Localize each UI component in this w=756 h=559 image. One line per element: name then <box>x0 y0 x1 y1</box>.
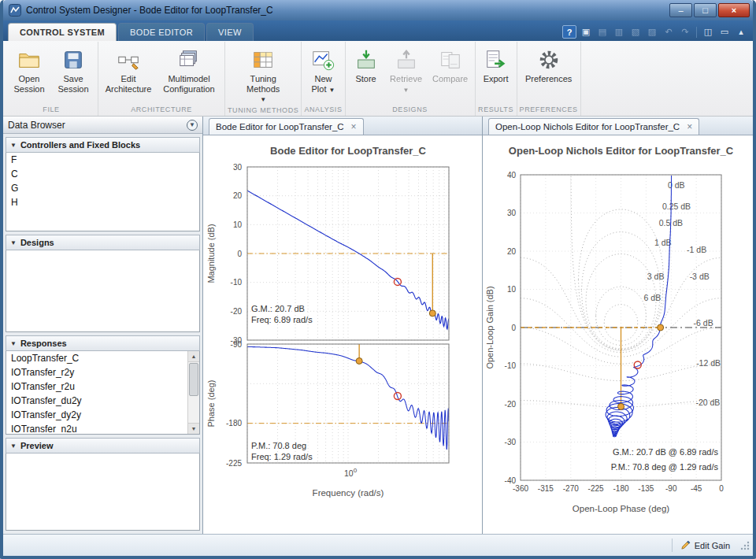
export-icon <box>484 46 508 74</box>
tuning-methods-button[interactable]: Tuning Methods ▼ <box>239 43 287 105</box>
list-item[interactable]: H <box>6 195 199 209</box>
section-header-preview[interactable]: ▼ Preview <box>6 438 200 453</box>
preview-section: ▼ Preview <box>6 438 200 531</box>
list-item[interactable]: G <box>6 181 199 195</box>
section-header-designs[interactable]: ▼ Designs <box>6 235 200 250</box>
save-session-icon <box>61 46 85 74</box>
print-icon[interactable]: ▥ <box>612 25 626 39</box>
screenshot-icon[interactable]: ▣ <box>579 25 593 39</box>
architecture-icon <box>117 46 140 74</box>
group-label-analysis: ANALYSIS <box>304 104 342 116</box>
compare-icon <box>439 46 462 74</box>
retrieve-icon <box>395 46 418 74</box>
ribbon: Open Session Save Session FILE Edit Arch… <box>3 41 753 117</box>
copy-icon[interactable]: ▧ <box>628 25 643 39</box>
help-icon[interactable]: ? <box>562 25 576 39</box>
redo-icon[interactable]: ↷ <box>678 25 692 39</box>
bode-plot[interactable]: -30-20-100102030G.M.: 20.7 dBFreq: 6.89 … <box>203 135 482 534</box>
list-item[interactable]: IOTransfer_n2u <box>6 422 199 435</box>
close-button[interactable]: × <box>718 3 750 17</box>
compare-button[interactable]: Compare <box>428 43 472 104</box>
new-plot-button[interactable]: New Plot ▼ <box>305 43 341 104</box>
nichols-grid-label: 1 dB <box>654 238 672 247</box>
tab-view[interactable]: VIEW <box>206 23 254 41</box>
edit-gain-status[interactable]: Edit Gain <box>672 539 738 552</box>
ribbon-group-tuning: Tuning Methods ▼ TUNING METHODS <box>225 42 302 116</box>
svg-text:30: 30 <box>233 163 243 172</box>
paste-icon[interactable]: ▨ <box>645 25 659 39</box>
layout-icon[interactable]: ◫ <box>701 25 715 39</box>
scrollbar-thumb[interactable] <box>189 363 198 396</box>
scrollbar[interactable]: ▲ ▼ <box>187 351 199 434</box>
svg-text:-135: -135 <box>638 484 654 493</box>
quick-access-toolbar: ? ▣ ▤ ▥ ▧ ▨ ↶ ↷ ◫ ▭ ▴ <box>562 25 748 41</box>
titlebar[interactable]: Control System Designer - Bode Editor fo… <box>3 0 753 20</box>
tab-bode-editor[interactable]: BODE EDITOR <box>118 23 205 41</box>
svg-text:-45: -45 <box>691 484 702 493</box>
controllers-list[interactable]: F C G H <box>6 153 200 231</box>
list-item[interactable]: IOTransfer_dy2y <box>6 408 199 422</box>
ribbon-group-preferences: Preferences PREFERENCES <box>517 42 581 116</box>
collapse-triangle-icon: ▼ <box>10 239 17 246</box>
tuning-methods-icon <box>251 46 275 74</box>
controllers-section: ▼ Controllers and Fixed Blocks F C G H <box>6 137 200 231</box>
svg-text:-30: -30 <box>505 438 517 446</box>
gain-margin-marker[interactable] <box>618 403 624 409</box>
group-label-designs: DESIGNS <box>348 104 472 116</box>
open-session-button[interactable]: Open Session <box>7 43 51 104</box>
bode-editor-panel: Bode Editor for LoopTransfer_C × -30-20-… <box>203 117 482 534</box>
phase-margin-marker[interactable] <box>356 357 362 364</box>
undo-icon[interactable]: ↶ <box>662 25 676 39</box>
list-item[interactable]: LoopTransfer_C <box>6 351 199 365</box>
multimodel-configuration-button[interactable]: Multimodel Configuration <box>156 43 222 104</box>
save-session-button[interactable]: Save Session <box>51 43 95 104</box>
data-browser-menu-button[interactable]: ▼ <box>187 120 198 131</box>
close-icon[interactable]: × <box>351 122 357 131</box>
preferences-button[interactable]: Preferences <box>521 43 576 104</box>
svg-text:Freq: 1.29 rad/s: Freq: 1.29 rad/s <box>251 452 313 461</box>
ribbon-group-architecture: Edit Architecture Multimodel Configurati… <box>98 42 225 116</box>
docs-icon[interactable]: ▭ <box>717 25 732 39</box>
window-title: Control System Designer - Bode Editor fo… <box>26 5 669 16</box>
nichols-grid-label: -12 dB <box>696 358 721 368</box>
maximize-button[interactable]: □ <box>694 3 717 17</box>
resize-grip[interactable] <box>739 540 750 550</box>
store-button[interactable]: Store <box>348 43 384 104</box>
app-icon <box>9 4 21 17</box>
store-icon <box>354 46 378 74</box>
section-header-responses[interactable]: ▼ Responses <box>6 335 200 351</box>
svg-text:P.M.: 70.8 deg @ 1.29 rad/s: P.M.: 70.8 deg @ 1.29 rad/s <box>611 462 719 472</box>
section-header-controllers[interactable]: ▼ Controllers and Fixed Blocks <box>6 137 200 153</box>
nichols-plot[interactable]: 0 dB0.25 dB0.5 dB1 dB3 dB6 dB-1 dB-3 dB-… <box>483 135 753 534</box>
folder-icon <box>17 46 41 74</box>
edit-architecture-button[interactable]: Edit Architecture <box>101 43 156 104</box>
export-button[interactable]: Export <box>478 43 514 104</box>
phase-margin-marker[interactable] <box>658 324 664 331</box>
doc-tab-nichols[interactable]: Open-Loop Nichols Editor for LoopTransfe… <box>488 118 699 135</box>
list-item[interactable]: IOTransfer_r2u <box>6 379 199 394</box>
ribbon-group-results: Export RESULTS <box>476 42 517 116</box>
gain-margin-marker[interactable] <box>429 310 435 317</box>
group-label-architecture: ARCHITECTURE <box>101 104 222 116</box>
responses-list[interactable]: LoopTransfer_C IOTransfer_r2y IOTransfer… <box>6 351 200 435</box>
scroll-up-icon[interactable]: ▲ <box>188 351 199 362</box>
close-icon[interactable]: × <box>687 122 692 131</box>
nichols-grid-label: 0 dB <box>668 180 685 190</box>
list-item[interactable]: F <box>6 153 199 167</box>
scroll-down-icon[interactable]: ▼ <box>188 423 199 434</box>
minimize-button[interactable]: – <box>669 3 692 17</box>
save-icon[interactable]: ▤ <box>595 25 610 39</box>
designs-list[interactable] <box>6 250 200 332</box>
doc-tab-bode[interactable]: Bode Editor for LoopTransfer_C × <box>209 118 364 135</box>
tab-control-system[interactable]: CONTROL SYSTEM <box>8 23 117 41</box>
retrieve-button[interactable]: Retrieve ▼ <box>384 43 428 104</box>
list-item[interactable]: C <box>6 167 199 181</box>
data-browser-title: Data Browser <box>8 120 65 131</box>
svg-text:-225: -225 <box>226 459 242 468</box>
group-label-tuning-methods: TUNING METHODS <box>228 105 298 117</box>
collapse-ribbon-icon[interactable]: ▴ <box>734 25 748 39</box>
list-item[interactable]: IOTransfer_du2y <box>6 394 199 408</box>
svg-text:-90: -90 <box>665 484 677 493</box>
data-browser-panel: Data Browser ▼ ▼ Controllers and Fixed B… <box>3 117 203 534</box>
list-item[interactable]: IOTransfer_r2y <box>6 365 199 379</box>
